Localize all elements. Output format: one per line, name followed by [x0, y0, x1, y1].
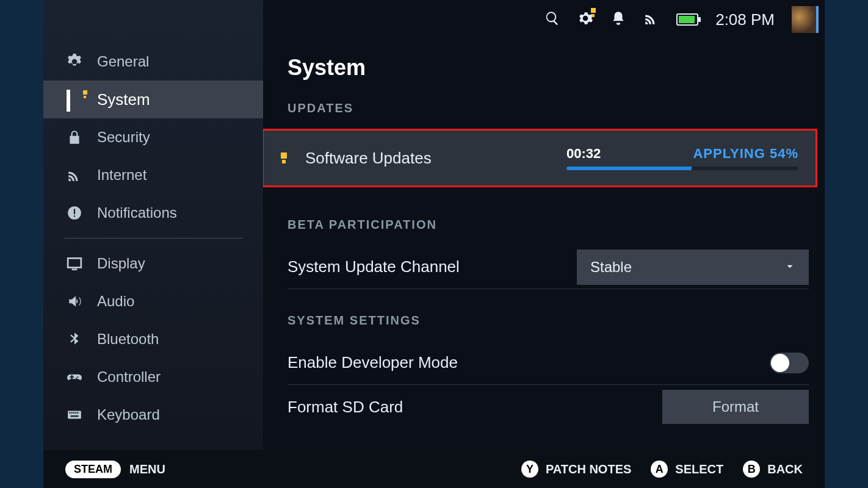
footer-button-label: BACK: [767, 462, 803, 476]
sidebar-item-keyboard[interactable]: Keyboard: [43, 396, 263, 434]
search-icon[interactable]: [544, 10, 560, 29]
svg-rect-3: [68, 258, 81, 267]
sidebar-item-label: General: [97, 53, 149, 70]
format-sd-button[interactable]: Format: [662, 390, 809, 424]
sidebar-item-system[interactable]: System: [43, 81, 263, 118]
page-title: System: [288, 55, 809, 81]
section-beta-label: BETA PARTICIPATION: [288, 218, 809, 232]
footer-steam-menu[interactable]: STEAM MENU: [65, 461, 165, 478]
sidebar-item-label: Controller: [97, 368, 161, 386]
sidebar-item-label: System: [97, 90, 150, 109]
svg-rect-9: [75, 412, 76, 414]
footer-back-button[interactable]: B BACK: [743, 461, 803, 478]
chevron-down-icon: [784, 259, 795, 276]
glyph-a: A: [651, 461, 668, 478]
update-channel-label: System Update Channel: [288, 257, 460, 276]
update-progress-fill: [566, 167, 692, 170]
software-updates-row[interactable]: Software Updates 00:32 APPLYING 54%: [263, 129, 817, 187]
sidebar-item-label: Notifications: [97, 204, 177, 221]
sidebar-item-security[interactable]: Security: [43, 118, 263, 156]
update-badge-icon: [281, 152, 288, 163]
sidebar-item-label: Bluetooth: [97, 331, 159, 348]
footer-button-label: SELECT: [675, 462, 723, 476]
dev-mode-toggle[interactable]: [770, 353, 809, 373]
section-settings-label: SYSTEM SETTINGS: [288, 314, 809, 328]
main-panel: System UPDATES Software Updates 00:32 AP…: [263, 0, 825, 488]
clock: 2:08 PM: [715, 10, 775, 29]
dev-mode-label: Enable Developer Mode: [288, 353, 458, 372]
format-sd-label: Format SD Card: [288, 398, 403, 417]
sidebar-item-label: Internet: [97, 167, 146, 184]
sidebar-item-label: Security: [97, 129, 150, 146]
sidebar-item-controller[interactable]: Controller: [43, 358, 263, 396]
system-icon: [67, 92, 82, 107]
sidebar-item-general[interactable]: General: [43, 43, 263, 81]
sidebar-item-display[interactable]: Display: [43, 245, 263, 282]
wifi-icon: [67, 167, 82, 183]
dev-mode-row: Enable Developer Mode: [288, 341, 809, 385]
sidebar-item-label: Display: [97, 255, 145, 272]
svg-rect-10: [77, 412, 78, 414]
format-sd-row: Format SD Card Format: [288, 385, 809, 429]
sidebar-item-internet[interactable]: Internet: [43, 156, 263, 194]
update-channel-row: System Update Channel Stable: [288, 245, 809, 289]
sidebar-item-bluetooth[interactable]: Bluetooth: [43, 320, 263, 358]
glyph-b: B: [743, 461, 760, 478]
settings-window: 2:08 PM General System Security: [43, 0, 825, 488]
footer-button-label: PATCH NOTES: [546, 462, 631, 476]
update-time: 00:32: [566, 146, 601, 162]
update-progress-block: 00:32 APPLYING 54%: [566, 146, 798, 170]
sidebar: General System Security Internet: [43, 0, 263, 488]
status-bar: 2:08 PM: [544, 6, 819, 33]
software-updates-label: Software Updates: [305, 149, 549, 168]
steam-pill: STEAM: [65, 461, 121, 478]
footer-patch-notes-button[interactable]: Y PATCH NOTES: [521, 461, 631, 478]
section-updates-label: UPDATES: [288, 101, 809, 115]
sidebar-item-label: Audio: [97, 293, 134, 310]
update-status: APPLYING 54%: [693, 146, 798, 162]
gear-icon: [67, 54, 82, 70]
cast-icon[interactable]: [643, 10, 659, 29]
display-icon: [67, 256, 82, 271]
alert-icon: [67, 205, 82, 221]
svg-rect-5: [68, 411, 81, 419]
glyph-y: Y: [521, 461, 538, 478]
bluetooth-icon: [67, 331, 82, 347]
controller-icon: [67, 369, 82, 385]
svg-rect-11: [71, 415, 79, 417]
sidebar-item-notifications[interactable]: Notifications: [43, 194, 263, 232]
sidebar-item-label: Keyboard: [97, 406, 160, 423]
battery-indicator: [676, 13, 698, 26]
update-channel-value: Stable: [590, 259, 632, 276]
svg-rect-8: [73, 412, 74, 414]
update-channel-dropdown[interactable]: Stable: [577, 249, 809, 285]
svg-rect-2: [74, 215, 75, 217]
sidebar-item-audio[interactable]: Audio: [43, 282, 263, 320]
svg-rect-7: [71, 412, 73, 414]
sidebar-separator: [64, 238, 242, 239]
update-progress-bar: [566, 167, 798, 170]
svg-rect-6: [69, 412, 70, 414]
avatar[interactable]: [792, 6, 819, 33]
keyboard-icon: [67, 407, 82, 423]
notifications-icon[interactable]: [610, 10, 626, 29]
svg-rect-1: [74, 209, 75, 215]
menu-label: MENU: [129, 462, 165, 476]
audio-icon: [67, 293, 82, 309]
settings-icon[interactable]: [577, 10, 593, 29]
footer-bar: STEAM MENU Y PATCH NOTES A SELECT B BACK: [43, 450, 825, 488]
lock-icon: [67, 129, 82, 145]
footer-select-button[interactable]: A SELECT: [651, 461, 723, 478]
